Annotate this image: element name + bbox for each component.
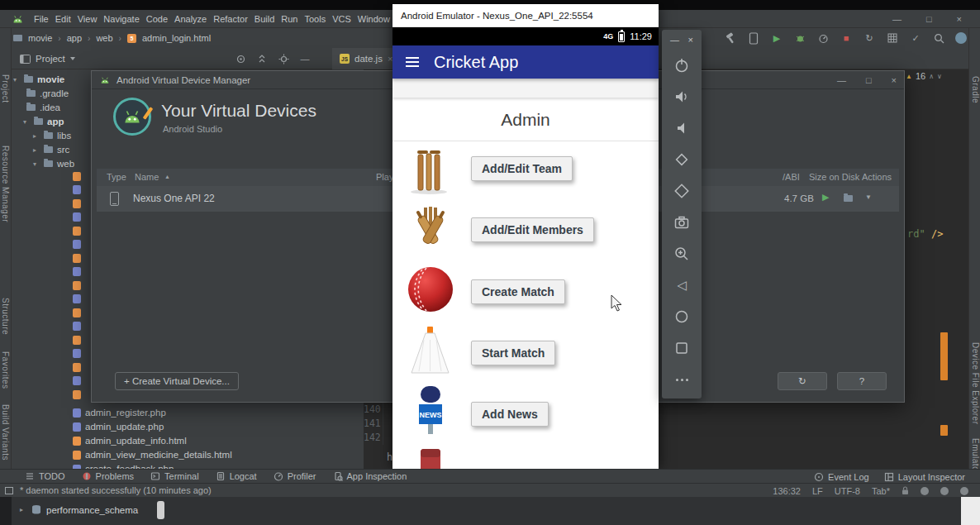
folder-action-icon[interactable] <box>844 195 853 202</box>
tree-row-src[interactable]: ▸ src <box>33 143 69 156</box>
tree-row-file[interactable]: admin_update.php <box>73 420 164 433</box>
menu-build[interactable]: Build <box>251 14 278 24</box>
locate-file-icon[interactable] <box>234 52 247 65</box>
scrollbar-thumb[interactable] <box>157 501 164 519</box>
sidebar-item-project[interactable]: Project <box>1 74 10 103</box>
launch-play-icon[interactable]: ▶ <box>822 192 829 203</box>
column-abi[interactable]: /ABI <box>783 172 800 182</box>
sidebar-item-resource-manager[interactable]: Resource Manager <box>1 146 10 222</box>
minimize-button[interactable]: — <box>892 14 902 24</box>
menu-tools[interactable]: Tools <box>301 14 329 24</box>
minimize-button[interactable]: — <box>670 35 679 45</box>
tree-row[interactable] <box>73 251 81 265</box>
column-play[interactable]: Play <box>376 172 393 182</box>
hamburger-menu-icon[interactable] <box>406 57 419 67</box>
project-view-selector[interactable]: Project <box>20 50 75 67</box>
add-news-button[interactable]: Add News <box>471 402 549 427</box>
tree-row[interactable] <box>73 347 81 360</box>
power-button[interactable] <box>662 50 702 81</box>
collapse-all-icon[interactable] <box>255 52 269 65</box>
tree-row-file[interactable]: admin_update_info.html <box>73 434 187 447</box>
minimize-button[interactable]: — <box>837 75 846 85</box>
tree-row[interactable] <box>73 184 81 197</box>
collapse-arrow-icon[interactable]: ▾ <box>13 76 20 84</box>
menu-edit[interactable]: Edit <box>52 14 74 24</box>
home-button[interactable] <box>662 301 702 332</box>
menu-view[interactable]: View <box>74 14 101 24</box>
sidebar-item-structure[interactable]: Structure <box>1 298 10 335</box>
sync-icon[interactable]: ↻ <box>863 31 876 45</box>
start-match-button[interactable]: Start Match <box>471 341 555 365</box>
close-button[interactable]: × <box>688 35 693 45</box>
tree-row[interactable] <box>73 388 81 401</box>
column-name[interactable]: Name <box>135 172 159 182</box>
commit-check-icon[interactable]: ✓ <box>909 31 922 45</box>
expand-arrow-icon[interactable]: ▸ <box>20 506 26 513</box>
gradle-elephant-icon[interactable] <box>921 487 929 495</box>
terminal-tab[interactable]: Terminal <box>150 471 199 481</box>
collapse-arrow-icon[interactable]: ▾ <box>23 118 30 126</box>
zoom-button[interactable] <box>662 238 702 270</box>
tree-row-file[interactable]: admin_register.php <box>73 406 166 419</box>
tree-row[interactable] <box>73 293 81 306</box>
settings-gear-icon[interactable] <box>277 52 290 65</box>
avatar[interactable] <box>955 32 967 44</box>
next-issue-icon[interactable]: ∨ <box>937 73 942 80</box>
refresh-button[interactable]: ↻ <box>778 372 827 390</box>
sidebar-item-build-variants[interactable]: Build Variants <box>1 404 10 461</box>
help-button[interactable]: ? <box>837 372 887 390</box>
indent-indicator[interactable]: Tab* <box>872 486 890 496</box>
screenshot-camera-button[interactable] <box>662 207 702 238</box>
create-virtual-device-button[interactable]: + Create Virtual Device... <box>115 372 239 390</box>
app-inspection-tab[interactable]: App Inspection <box>333 471 407 481</box>
layout-inspector-tab[interactable]: Layout Inspector <box>884 472 965 482</box>
breadcrumb-web[interactable]: web <box>96 33 112 43</box>
menu-run[interactable]: Run <box>278 14 301 24</box>
smiley-icon[interactable] <box>940 487 949 495</box>
tree-row-movie[interactable]: ▾ movie <box>13 73 64 86</box>
tree-row-file[interactable]: create_feedback.php <box>73 462 174 469</box>
column-actions[interactable]: Actions <box>862 172 892 182</box>
menu-vcs[interactable]: VCS <box>329 14 354 24</box>
hammer-icon[interactable] <box>724 31 737 45</box>
emulator-title-bar[interactable]: Android Emulator - Nexus_One_API_22:5554 <box>392 4 659 27</box>
rotate-right-button[interactable] <box>662 175 702 207</box>
logcat-tab[interactable]: Logcat <box>216 471 257 481</box>
editor-tab-datejs[interactable]: JS date.js × <box>332 48 400 69</box>
sidebar-item-gradle[interactable]: Gradle <box>971 76 980 103</box>
rotate-left-button[interactable] <box>662 144 702 175</box>
profiler-tab[interactable]: Profiler <box>274 471 316 481</box>
line-separator[interactable]: LF <box>812 486 823 496</box>
database-tree-item[interactable]: ▸ performance_schema <box>20 504 138 515</box>
breadcrumb-file[interactable]: admin_login.html <box>142 33 211 43</box>
device-selector-icon[interactable] <box>747 31 760 45</box>
volume-up-button[interactable] <box>662 81 702 112</box>
tree-row-file[interactable]: admin_view_medicine_details.html <box>73 448 232 461</box>
prev-issue-icon[interactable]: ∧ <box>929 73 934 80</box>
create-match-button[interactable]: Create Match <box>471 279 565 304</box>
notification-icon[interactable] <box>960 487 968 495</box>
tree-row[interactable] <box>73 265 81 279</box>
scrollbar-warning-marker[interactable] <box>940 332 948 380</box>
maximize-button[interactable]: □ <box>926 14 932 24</box>
tree-row-web[interactable]: ▾ web <box>33 157 74 170</box>
maximize-button[interactable]: □ <box>866 75 872 85</box>
problems-tab[interactable]: Problems <box>82 471 134 481</box>
search-icon[interactable] <box>932 31 945 45</box>
tree-row[interactable] <box>73 224 81 237</box>
more-options-button[interactable] <box>662 364 702 395</box>
column-type[interactable]: Type <box>107 172 126 182</box>
tree-row[interactable] <box>73 197 81 210</box>
tree-row-app[interactable]: ▾ app <box>23 115 64 128</box>
grid-icon[interactable] <box>886 31 899 45</box>
collapse-arrow-icon[interactable]: ▾ <box>33 160 40 168</box>
tree-row[interactable] <box>73 279 81 292</box>
inspections-widget[interactable]: ▲ 16 ∧ ∨ <box>906 71 942 81</box>
sidebar-item-device-file-explorer[interactable]: Device File Explorer <box>971 342 980 424</box>
todo-tab[interactable]: TODO <box>25 471 65 481</box>
event-log-tab[interactable]: Event Log <box>814 472 869 482</box>
expand-arrow-icon[interactable]: ▸ <box>33 132 40 140</box>
hide-panel-icon[interactable]: — <box>298 52 312 65</box>
column-size[interactable]: Size on Disk <box>809 172 859 182</box>
add-edit-members-button[interactable]: Add/Edit Members <box>471 217 594 242</box>
